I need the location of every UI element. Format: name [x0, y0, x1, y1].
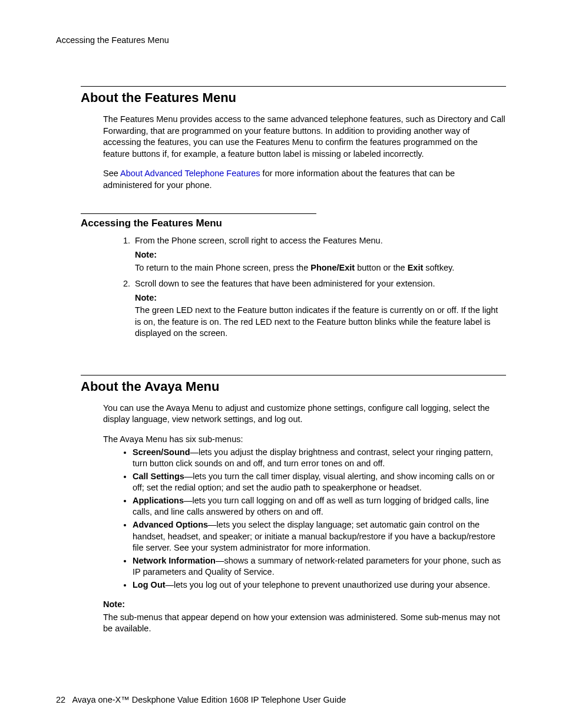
list-item: Log Out—lets you log out of your telepho…: [133, 579, 506, 591]
bold-text: Exit: [408, 263, 424, 272]
link-advanced-features[interactable]: About Advanced Telephone Features: [120, 169, 260, 178]
text: To return to the main Phone screen, pres…: [135, 263, 310, 272]
submenu-desc: —lets you turn the call timer display, v…: [133, 472, 495, 493]
footer-title: Avaya one-X™ Deskphone Value Edition 160…: [72, 695, 346, 704]
document-page: Accessing the Features Menu About the Fe…: [0, 0, 562, 728]
paragraph: See About Advanced Telephone Features fo…: [103, 168, 506, 191]
paragraph: You can use the Avaya Menu to adjust and…: [103, 403, 506, 426]
list-item: Screen/Sound—lets you adjust the display…: [133, 447, 506, 470]
subsection-body: From the Phone screen, scroll right to a…: [103, 235, 506, 340]
submenu-name: Screen/Sound: [133, 447, 190, 457]
running-header: Accessing the Features Menu: [56, 35, 506, 45]
submenu-name: Applications: [133, 496, 184, 505]
bold-text: Phone/Exit: [310, 263, 355, 272]
list-item: Network Information—shows a summary of n…: [133, 555, 506, 578]
subsection-rule: [81, 213, 316, 214]
submenu-name: Call Settings: [133, 472, 184, 481]
step-text: From the Phone screen, scroll right to a…: [135, 236, 383, 245]
section-body: You can use the Avaya Menu to adjust and…: [103, 403, 506, 635]
paragraph: The Features Menu provides access to the…: [103, 114, 506, 160]
list-item: Advanced Options—lets you select the dis…: [133, 519, 506, 554]
page-footer: 22 Avaya one-X™ Deskphone Value Edition …: [56, 695, 346, 704]
submenu-list: Screen/Sound—lets you adjust the display…: [103, 447, 506, 591]
steps-list: From the Phone screen, scroll right to a…: [103, 235, 506, 340]
paragraph: The Avaya Menu has six sub-menus:: [103, 434, 506, 446]
section-heading: About the Features Menu: [81, 90, 506, 106]
list-item: Call Settings—lets you turn the call tim…: [133, 471, 506, 494]
page-number: 22: [56, 695, 65, 704]
submenu-desc: —lets you turn call logging on and off a…: [133, 496, 489, 517]
section-features-menu: About the Features Menu The Features Men…: [56, 86, 506, 340]
note-text: The sub-menus that appear depend on how …: [103, 612, 506, 635]
note-text: To return to the main Phone screen, pres…: [135, 262, 506, 274]
text: softkey.: [423, 263, 454, 272]
section-heading: About the Avaya Menu: [81, 379, 506, 394]
step-text: Scroll down to see the features that hav…: [135, 279, 435, 288]
list-item: Applications—lets you turn call logging …: [133, 495, 506, 518]
note-label: Note:: [103, 599, 506, 611]
list-item: From the Phone screen, scroll right to a…: [133, 235, 506, 274]
section-rule: [81, 86, 506, 87]
section-rule: [81, 375, 506, 375]
submenu-desc: —lets you log out of your telephone to p…: [166, 580, 490, 589]
list-item: Scroll down to see the features that hav…: [133, 278, 506, 340]
note-label: Note:: [135, 249, 506, 261]
note-text: The green LED next to the Feature button…: [135, 305, 506, 340]
note-label: Note:: [135, 292, 506, 304]
submenu-name: Network Information: [133, 556, 216, 565]
submenu-name: Log Out: [133, 580, 166, 589]
text: button or the: [355, 263, 407, 272]
submenu-name: Advanced Options: [133, 520, 208, 529]
section-avaya-menu: About the Avaya Menu You can use the Ava…: [56, 375, 506, 635]
text: See: [103, 169, 120, 178]
subsection-heading: Accessing the Features Menu: [81, 218, 506, 229]
section-body: The Features Menu provides access to the…: [103, 114, 506, 191]
